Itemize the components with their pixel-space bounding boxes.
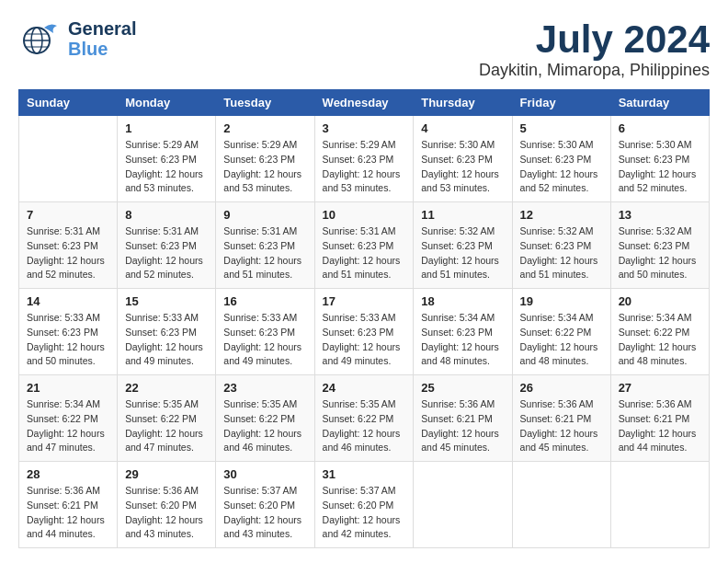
day-sun-info: Sunrise: 5:36 AMSunset: 6:21 PMDaylight:… xyxy=(520,397,603,455)
day-sun-info: Sunrise: 5:29 AMSunset: 6:23 PMDaylight:… xyxy=(323,138,406,196)
calendar-day-cell: 10Sunrise: 5:31 AMSunset: 6:23 PMDayligh… xyxy=(314,202,414,289)
day-number: 5 xyxy=(520,121,603,135)
day-sun-info: Sunrise: 5:34 AMSunset: 6:23 PMDaylight:… xyxy=(421,311,504,369)
weekday-header-tuesday: Tuesday xyxy=(216,90,314,116)
calendar-day-cell: 3Sunrise: 5:29 AMSunset: 6:23 PMDaylight… xyxy=(314,116,414,202)
day-number: 8 xyxy=(125,208,208,222)
logo-blue: Blue xyxy=(68,39,136,59)
calendar-day-cell: 2Sunrise: 5:29 AMSunset: 6:23 PMDaylight… xyxy=(216,116,314,202)
calendar-day-cell: 27Sunrise: 5:36 AMSunset: 6:21 PMDayligh… xyxy=(610,375,709,462)
day-number: 4 xyxy=(421,121,504,135)
day-sun-info: Sunrise: 5:34 AMSunset: 6:22 PMDaylight:… xyxy=(619,311,701,369)
day-number: 23 xyxy=(223,381,306,395)
logo: General Blue xyxy=(18,18,136,59)
day-number: 17 xyxy=(323,294,406,308)
calendar-day-cell xyxy=(414,462,512,548)
calendar-week-row: 7Sunrise: 5:31 AMSunset: 6:23 PMDaylight… xyxy=(19,202,710,289)
day-sun-info: Sunrise: 5:36 AMSunset: 6:21 PMDaylight:… xyxy=(619,397,701,455)
day-number: 27 xyxy=(619,381,701,395)
calendar-day-cell: 22Sunrise: 5:35 AMSunset: 6:22 PMDayligh… xyxy=(118,375,216,462)
calendar-day-cell: 29Sunrise: 5:36 AMSunset: 6:20 PMDayligh… xyxy=(118,462,216,548)
day-sun-info: Sunrise: 5:31 AMSunset: 6:23 PMDaylight:… xyxy=(323,224,406,282)
calendar-day-cell: 11Sunrise: 5:32 AMSunset: 6:23 PMDayligh… xyxy=(414,202,512,289)
day-sun-info: Sunrise: 5:37 AMSunset: 6:20 PMDaylight:… xyxy=(223,484,306,542)
day-sun-info: Sunrise: 5:36 AMSunset: 6:21 PMDaylight:… xyxy=(27,484,109,542)
day-sun-info: Sunrise: 5:31 AMSunset: 6:23 PMDaylight:… xyxy=(223,224,306,282)
weekday-header-monday: Monday xyxy=(118,90,216,116)
day-sun-info: Sunrise: 5:32 AMSunset: 6:23 PMDaylight:… xyxy=(520,224,603,282)
day-sun-info: Sunrise: 5:35 AMSunset: 6:22 PMDaylight:… xyxy=(323,397,406,455)
calendar-table: SundayMondayTuesdayWednesdayThursdayFrid… xyxy=(18,89,710,548)
month-year-title: July 2024 xyxy=(479,18,710,61)
calendar-day-cell xyxy=(19,116,118,202)
day-sun-info: Sunrise: 5:30 AMSunset: 6:23 PMDaylight:… xyxy=(619,138,701,196)
weekday-header-saturday: Saturday xyxy=(610,90,709,116)
location-subtitle: Daykitin, Mimaropa, Philippines xyxy=(479,61,710,80)
day-number: 16 xyxy=(223,294,306,308)
day-sun-info: Sunrise: 5:31 AMSunset: 6:23 PMDaylight:… xyxy=(27,224,109,282)
calendar-day-cell: 19Sunrise: 5:34 AMSunset: 6:22 PMDayligh… xyxy=(512,289,610,375)
calendar-week-row: 1Sunrise: 5:29 AMSunset: 6:23 PMDaylight… xyxy=(19,116,710,202)
weekday-header-row: SundayMondayTuesdayWednesdayThursdayFrid… xyxy=(19,90,710,116)
day-sun-info: Sunrise: 5:31 AMSunset: 6:23 PMDaylight:… xyxy=(125,224,208,282)
day-sun-info: Sunrise: 5:36 AMSunset: 6:20 PMDaylight:… xyxy=(125,484,208,542)
calendar-day-cell: 6Sunrise: 5:30 AMSunset: 6:23 PMDaylight… xyxy=(610,116,709,202)
day-number: 26 xyxy=(520,381,603,395)
day-number: 2 xyxy=(223,121,306,135)
calendar-day-cell: 12Sunrise: 5:32 AMSunset: 6:23 PMDayligh… xyxy=(512,202,610,289)
day-number: 14 xyxy=(27,294,109,308)
title-area: July 2024 Daykitin, Mimaropa, Philippine… xyxy=(479,18,710,80)
day-number: 6 xyxy=(619,121,701,135)
day-number: 31 xyxy=(323,467,406,481)
calendar-day-cell: 31Sunrise: 5:37 AMSunset: 6:20 PMDayligh… xyxy=(314,462,414,548)
day-sun-info: Sunrise: 5:37 AMSunset: 6:20 PMDaylight:… xyxy=(323,484,406,542)
calendar-day-cell: 5Sunrise: 5:30 AMSunset: 6:23 PMDaylight… xyxy=(512,116,610,202)
weekday-header-sunday: Sunday xyxy=(19,90,118,116)
day-number: 22 xyxy=(125,381,208,395)
day-sun-info: Sunrise: 5:33 AMSunset: 6:23 PMDaylight:… xyxy=(223,311,306,369)
calendar-day-cell: 15Sunrise: 5:33 AMSunset: 6:23 PMDayligh… xyxy=(118,289,216,375)
day-sun-info: Sunrise: 5:29 AMSunset: 6:23 PMDaylight:… xyxy=(223,138,306,196)
logo-general: General xyxy=(68,18,136,39)
weekday-header-thursday: Thursday xyxy=(414,90,512,116)
calendar-day-cell: 9Sunrise: 5:31 AMSunset: 6:23 PMDaylight… xyxy=(216,202,314,289)
day-number: 30 xyxy=(223,467,306,481)
day-sun-info: Sunrise: 5:32 AMSunset: 6:23 PMDaylight:… xyxy=(421,224,504,282)
calendar-day-cell: 17Sunrise: 5:33 AMSunset: 6:23 PMDayligh… xyxy=(314,289,414,375)
calendar-day-cell: 1Sunrise: 5:29 AMSunset: 6:23 PMDaylight… xyxy=(118,116,216,202)
day-sun-info: Sunrise: 5:30 AMSunset: 6:23 PMDaylight:… xyxy=(520,138,603,196)
calendar-day-cell: 16Sunrise: 5:33 AMSunset: 6:23 PMDayligh… xyxy=(216,289,314,375)
calendar-day-cell: 8Sunrise: 5:31 AMSunset: 6:23 PMDaylight… xyxy=(118,202,216,289)
day-sun-info: Sunrise: 5:35 AMSunset: 6:22 PMDaylight:… xyxy=(223,397,306,455)
calendar-day-cell: 7Sunrise: 5:31 AMSunset: 6:23 PMDaylight… xyxy=(19,202,118,289)
calendar-day-cell: 20Sunrise: 5:34 AMSunset: 6:22 PMDayligh… xyxy=(610,289,709,375)
day-number: 10 xyxy=(323,208,406,222)
day-number: 24 xyxy=(323,381,406,395)
day-number: 18 xyxy=(421,294,504,308)
day-sun-info: Sunrise: 5:35 AMSunset: 6:22 PMDaylight:… xyxy=(125,397,208,455)
day-sun-info: Sunrise: 5:30 AMSunset: 6:23 PMDaylight:… xyxy=(421,138,504,196)
calendar-day-cell: 14Sunrise: 5:33 AMSunset: 6:23 PMDayligh… xyxy=(19,289,118,375)
day-number: 12 xyxy=(520,208,603,222)
day-number: 1 xyxy=(125,121,208,135)
day-number: 11 xyxy=(421,208,504,222)
page-header: General Blue July 2024 Daykitin, Mimarop… xyxy=(18,18,710,80)
calendar-week-row: 21Sunrise: 5:34 AMSunset: 6:22 PMDayligh… xyxy=(19,375,710,462)
day-number: 25 xyxy=(421,381,504,395)
calendar-day-cell: 26Sunrise: 5:36 AMSunset: 6:21 PMDayligh… xyxy=(512,375,610,462)
day-number: 21 xyxy=(27,381,109,395)
calendar-week-row: 28Sunrise: 5:36 AMSunset: 6:21 PMDayligh… xyxy=(19,462,710,548)
day-sun-info: Sunrise: 5:29 AMSunset: 6:23 PMDaylight:… xyxy=(125,138,208,196)
weekday-header-wednesday: Wednesday xyxy=(314,90,414,116)
calendar-day-cell: 25Sunrise: 5:36 AMSunset: 6:21 PMDayligh… xyxy=(414,375,512,462)
calendar-week-row: 14Sunrise: 5:33 AMSunset: 6:23 PMDayligh… xyxy=(19,289,710,375)
calendar-day-cell: 28Sunrise: 5:36 AMSunset: 6:21 PMDayligh… xyxy=(19,462,118,548)
day-sun-info: Sunrise: 5:34 AMSunset: 6:22 PMDaylight:… xyxy=(27,397,109,455)
calendar-day-cell: 30Sunrise: 5:37 AMSunset: 6:20 PMDayligh… xyxy=(216,462,314,548)
day-number: 19 xyxy=(520,294,603,308)
calendar-day-cell: 21Sunrise: 5:34 AMSunset: 6:22 PMDayligh… xyxy=(19,375,118,462)
day-number: 13 xyxy=(619,208,701,222)
day-number: 3 xyxy=(323,121,406,135)
calendar-day-cell xyxy=(512,462,610,548)
day-number: 9 xyxy=(223,208,306,222)
